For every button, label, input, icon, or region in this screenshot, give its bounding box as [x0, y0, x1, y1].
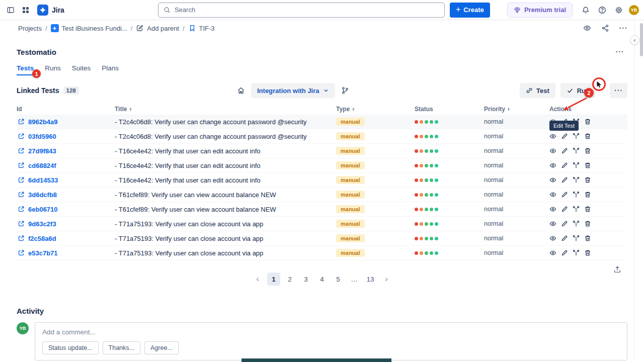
- pagination-page-4[interactable]: 4: [315, 273, 329, 286]
- breadcrumb-project[interactable]: Test iBusiness Fundi...: [51, 24, 127, 32]
- sort-icon[interactable]: ▲▼: [352, 107, 355, 111]
- edit-test-icon[interactable]: [561, 162, 568, 169]
- view-test-icon[interactable]: [549, 249, 556, 256]
- delete-test-icon[interactable]: [584, 191, 591, 198]
- unlink-test-icon[interactable]: [573, 147, 580, 154]
- delete-test-icon[interactable]: [584, 162, 591, 169]
- view-test-icon[interactable]: [549, 162, 556, 169]
- quick-reply-3[interactable]: Agree...: [144, 341, 179, 354]
- table-row[interactable]: 3d6dcfb8 - T61cfef89: Verify user can vi…: [17, 188, 627, 202]
- test-id-link[interactable]: 9d63c2f3: [28, 220, 56, 228]
- app-switcher-icon[interactable]: [18, 3, 33, 18]
- delete-test-icon[interactable]: [584, 235, 591, 242]
- export-icon[interactable]: [613, 265, 621, 274]
- unlink-test-icon[interactable]: [573, 133, 580, 140]
- more-actions-icon[interactable]: ···: [617, 22, 630, 35]
- unlink-test-icon[interactable]: [573, 249, 580, 256]
- delete-test-icon[interactable]: [584, 176, 591, 184]
- branch-icon[interactable]: [341, 86, 349, 95]
- tab-runs[interactable]: Runs: [45, 64, 61, 75]
- delete-test-icon[interactable]: [584, 249, 591, 256]
- table-more-button[interactable]: ···: [610, 83, 627, 98]
- delete-test-icon[interactable]: [584, 118, 591, 125]
- edit-test-icon[interactable]: [561, 133, 568, 140]
- tab-suites[interactable]: Suites: [72, 64, 91, 75]
- sort-icon[interactable]: ▲▼: [507, 107, 510, 111]
- table-row[interactable]: 8962b4a9 - T2c4c06d8: Verify user can ch…: [17, 115, 627, 129]
- create-button[interactable]: + Create: [450, 3, 490, 18]
- delete-test-icon[interactable]: [584, 220, 591, 227]
- table-row[interactable]: 6eb06710 - T61cfef89: Verify user can vi…: [17, 202, 627, 217]
- scrollbar-thumb[interactable]: [640, 23, 643, 56]
- watch-eye-icon[interactable]: [581, 22, 594, 35]
- share-icon[interactable]: [599, 22, 612, 35]
- table-row[interactable]: 6dd14533 - T16ce4e42: Verify that user c…: [17, 173, 627, 188]
- user-avatar[interactable]: YB: [628, 4, 640, 16]
- test-id-link[interactable]: 03fd5960: [28, 133, 56, 140]
- edit-test-icon[interactable]: [561, 147, 568, 154]
- global-search[interactable]: [158, 3, 445, 18]
- edit-test-icon[interactable]: [561, 220, 568, 227]
- test-id-link[interactable]: 8962b4a9: [28, 118, 58, 126]
- sidebar-toggle-icon[interactable]: [3, 3, 18, 18]
- table-row[interactable]: cd68824f - T16ce4e42: Verify that user c…: [17, 158, 627, 173]
- table-row[interactable]: f2c58a6d - T71a75193: Verify user can cl…: [17, 231, 627, 246]
- settings-gear-icon[interactable]: [611, 3, 626, 18]
- unlink-test-icon[interactable]: [573, 206, 580, 213]
- comment-placeholder[interactable]: Add a comment...: [42, 328, 620, 336]
- unlink-test-icon[interactable]: [573, 220, 580, 227]
- pagination-page-3[interactable]: 3: [299, 273, 312, 286]
- edit-test-icon[interactable]: [561, 249, 568, 256]
- test-id-link[interactable]: 6dd14533: [28, 176, 58, 184]
- breadcrumb-projects[interactable]: Projects: [18, 25, 42, 32]
- view-test-icon[interactable]: [549, 176, 556, 184]
- view-test-icon[interactable]: [549, 147, 556, 154]
- pagination-page-1[interactable]: 1: [267, 273, 280, 286]
- table-row[interactable]: 03fd5960 - T2c4c06d8: Verify user can ch…: [17, 129, 627, 144]
- unlink-test-icon[interactable]: [573, 191, 580, 198]
- panel-more-icon[interactable]: ···: [612, 44, 627, 59]
- test-id-link[interactable]: e53c7b71: [28, 249, 58, 257]
- pagination-page-5[interactable]: 5: [332, 273, 345, 286]
- breadcrumb-issue-key[interactable]: TIF-3: [188, 24, 215, 32]
- help-icon[interactable]: [595, 3, 610, 18]
- test-id-link[interactable]: 6eb06710: [28, 206, 58, 213]
- view-test-icon[interactable]: [549, 220, 556, 227]
- premium-trial-button[interactable]: Premium trial: [507, 3, 573, 18]
- tab-tests[interactable]: Tests: [17, 64, 34, 75]
- edit-test-icon[interactable]: [561, 191, 568, 198]
- view-test-icon[interactable]: [549, 191, 556, 198]
- view-test-icon[interactable]: [549, 235, 556, 242]
- test-button[interactable]: Test: [520, 83, 555, 98]
- sort-icon[interactable]: ▲▼: [129, 107, 132, 111]
- jira-home-link[interactable]: Jira: [33, 5, 68, 16]
- delete-test-icon[interactable]: [584, 133, 591, 140]
- search-input[interactable]: [175, 6, 439, 14]
- integration-dropdown[interactable]: Integration with Jira: [251, 83, 335, 98]
- delete-test-icon[interactable]: [584, 206, 591, 213]
- unlink-test-icon[interactable]: [573, 176, 580, 184]
- test-id-link[interactable]: 27d9f843: [28, 147, 56, 155]
- test-id-link[interactable]: f2c58a6d: [28, 235, 56, 242]
- comment-box[interactable]: Add a comment... Status update...Thanks.…: [35, 322, 627, 360]
- quick-reply-2[interactable]: Thanks...: [103, 341, 140, 354]
- pagination-page-2[interactable]: 2: [283, 273, 296, 286]
- edit-test-icon[interactable]: [561, 176, 568, 184]
- edit-test-icon[interactable]: [561, 206, 568, 213]
- pagination-page-13[interactable]: 13: [364, 273, 377, 286]
- unlink-test-icon[interactable]: [573, 235, 580, 242]
- unlink-test-icon[interactable]: [573, 162, 580, 169]
- quick-reply-1[interactable]: Status update...: [42, 341, 99, 354]
- test-id-link[interactable]: 3d6dcfb8: [28, 191, 57, 199]
- tab-plans[interactable]: Plans: [102, 64, 119, 75]
- collapse-panel-button[interactable]: ‹: [630, 35, 639, 45]
- view-test-icon[interactable]: [549, 133, 556, 140]
- table-row[interactable]: 27d9f843 - T16ce4e42: Verify that user c…: [17, 144, 627, 158]
- notifications-bell-icon[interactable]: [578, 3, 593, 18]
- project-home-icon[interactable]: [237, 86, 245, 95]
- table-row[interactable]: e53c7b71 - T71a75193: Verify user can cl…: [17, 246, 627, 260]
- test-id-link[interactable]: cd68824f: [28, 162, 56, 169]
- edit-test-icon[interactable]: [561, 235, 568, 242]
- delete-test-icon[interactable]: [584, 147, 591, 154]
- pagination-prev[interactable]: ‹: [251, 273, 264, 286]
